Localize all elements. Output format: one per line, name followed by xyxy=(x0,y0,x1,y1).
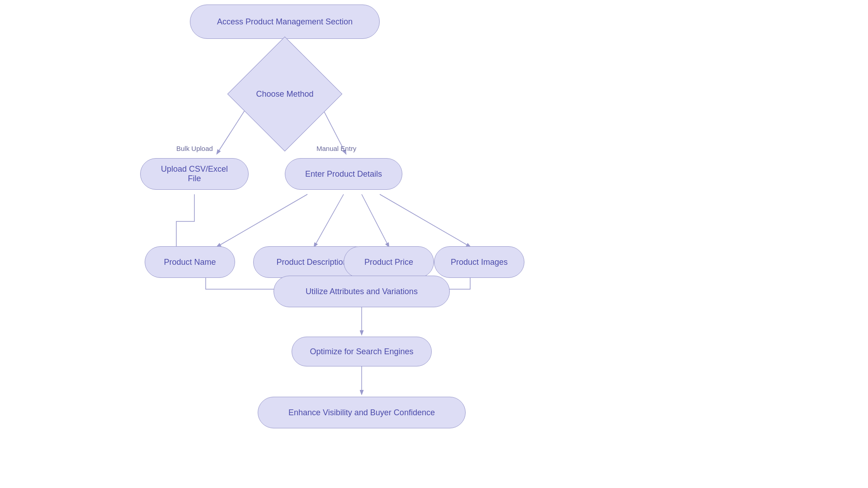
flowchart-container: Access Product Management Section Choose… xyxy=(0,0,868,488)
enhance-node: Enhance Visibility and Buyer Confidence xyxy=(258,397,466,428)
svg-line-7 xyxy=(380,194,470,247)
access-node: Access Product Management Section xyxy=(190,5,380,39)
product-name-node: Product Name xyxy=(145,246,235,278)
svg-line-5 xyxy=(314,194,344,247)
product-price-node: Product Price xyxy=(344,246,434,278)
product-images-node: Product Images xyxy=(434,246,524,278)
optimize-node: Optimize for Search Engines xyxy=(292,337,432,366)
choose-method-wrapper: Choose Method xyxy=(244,53,326,135)
enter-details-node: Enter Product Details xyxy=(285,158,402,190)
manual-entry-label: Manual Entry xyxy=(316,145,356,152)
upload-csv-node: Upload CSV/Excel File xyxy=(140,158,249,190)
choose-method-diamond xyxy=(227,37,343,152)
bulk-upload-label: Bulk Upload xyxy=(176,145,213,152)
svg-line-4 xyxy=(217,194,307,247)
utilize-node: Utilize Attributes and Variations xyxy=(274,276,450,307)
svg-line-6 xyxy=(362,194,389,247)
